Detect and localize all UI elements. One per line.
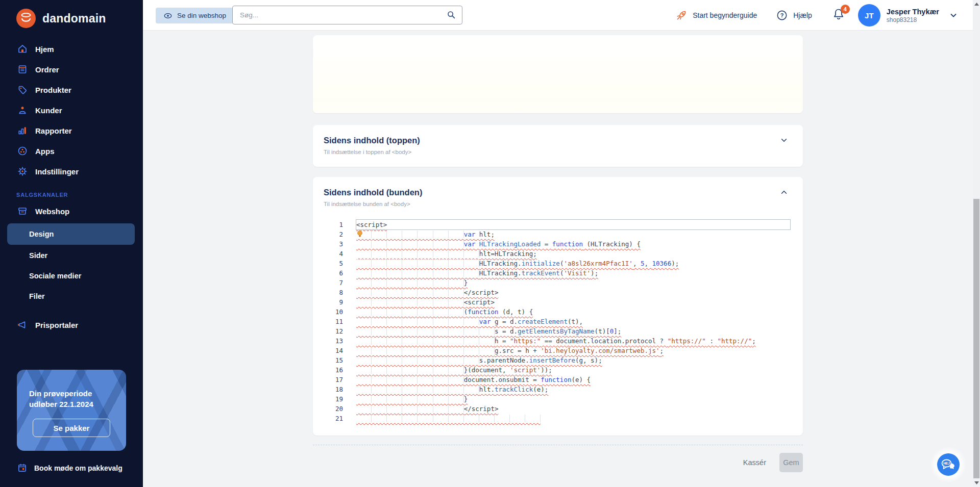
section-subtitle: Til indsættelse i toppen af <body> <box>324 149 803 155</box>
code-line-content[interactable]: (function (d, t) { <box>356 307 790 317</box>
code-line-content[interactable]: document.onsubmit = function(e) { <box>356 375 790 385</box>
settings-icon <box>17 166 28 176</box>
code-line-content[interactable]: var hlt; <box>356 229 790 239</box>
start-guide-link[interactable]: Start begynderguide <box>675 10 757 21</box>
code-line-content[interactable]: <script> <box>356 220 790 229</box>
code-line-content[interactable]: hlt=HLTracking; <box>356 249 790 259</box>
code-line: 17 document.onsubmit = function(e) { <box>323 375 790 385</box>
footer-actions: Kassér Gem <box>313 453 803 472</box>
avatar[interactable]: JT <box>858 4 880 27</box>
code-line: 12 s = d.getElementsByTagName(t)[0]; <box>323 326 790 336</box>
code-line-content[interactable] <box>356 414 790 423</box>
code-line: 16 }(document, 'script')); <box>323 365 790 375</box>
home-icon <box>17 44 28 54</box>
footer-divider <box>313 445 803 445</box>
code-line: 5 HLTracking.initialize('a8sl26xrm4Pfac1… <box>323 259 790 268</box>
chevron-down-icon[interactable] <box>780 137 788 144</box>
code-line: 10 (function (d, t) { <box>323 307 790 317</box>
code-line-content[interactable]: } <box>356 278 790 288</box>
see-packages-button[interactable]: Se pakker <box>33 419 110 437</box>
chat-label: HEJ <box>943 462 950 465</box>
orders-icon <box>17 64 28 74</box>
code-line-content[interactable]: var HLTrackingLoaded = function (HLTrack… <box>356 239 790 249</box>
svg-text:?: ? <box>780 12 784 18</box>
user-name: Jesper Thykær <box>887 7 939 16</box>
lint-hint-bulb-icon[interactable] <box>357 230 363 238</box>
code-line: 15 s.parentNode.insertBefore(g, s); <box>323 355 790 365</box>
search-input[interactable] <box>232 6 462 24</box>
code-line: 14 g.src = h + 'bi.heyloyalty.com/smartw… <box>323 346 790 355</box>
logo-text: dandomain <box>42 12 106 25</box>
webshop-icon <box>17 206 28 216</box>
sidebar-item-rapporter[interactable]: Rapporter <box>0 120 143 141</box>
sidebar-subitem-sider[interactable]: Sider <box>0 245 143 266</box>
sidebar-item-webshop[interactable]: Webshop <box>0 201 143 221</box>
discard-button[interactable]: Kassér <box>743 458 766 467</box>
section-body-bottom-header[interactable]: Sidens indhold (bunden) Til indsættelse … <box>313 177 803 207</box>
code-line-content[interactable]: } <box>356 394 790 404</box>
notification-badge: 4 <box>841 5 850 14</box>
code-line: 8 </script> <box>323 288 790 297</box>
sidebar-item-indstillinger[interactable]: Indstillinger <box>0 161 143 182</box>
save-button[interactable]: Gem <box>779 453 803 472</box>
sidebar-item-hjem[interactable]: Hjem <box>0 39 143 59</box>
section-body-top-header[interactable]: Sidens indhold (toppen) Til indsættelse … <box>313 125 803 155</box>
sidebar-item-kunder[interactable]: Kunder <box>0 100 143 120</box>
reports-icon <box>17 125 28 136</box>
search-icon[interactable] <box>446 10 456 20</box>
scrollbar-thumb[interactable] <box>973 199 979 478</box>
scroll-up-arrow[interactable] <box>973 0 980 8</box>
sidebar-item-prisportaler[interactable]: Prisportaler <box>0 315 143 335</box>
chevron-up-icon[interactable] <box>780 189 788 196</box>
code-line-content[interactable]: HLTracking.initialize('a8sl26xrm4Pfac1I'… <box>356 259 790 268</box>
user-menu-chevron-icon[interactable] <box>949 11 958 19</box>
line-number: 5 <box>323 259 356 268</box>
logo[interactable]: dandomain <box>0 0 143 31</box>
line-number: 4 <box>323 249 356 259</box>
line-number: 6 <box>323 268 356 278</box>
code-line-content[interactable]: hlt.trackClick(e); <box>356 385 790 394</box>
code-line-content[interactable]: h = "https:" == document.location.protoc… <box>356 336 790 346</box>
webshop-sub-list: DesignSiderSociale medierFiler <box>0 223 143 306</box>
view-webshop-button[interactable]: Se din webshop <box>156 8 234 23</box>
code-editor[interactable]: 1<script>2 var hlt;3 var HLTrackingLoade… <box>323 220 790 423</box>
code-line-content[interactable]: </script> <box>356 288 790 297</box>
search <box>232 6 462 24</box>
line-number: 16 <box>323 365 356 375</box>
code-line-content[interactable]: </script> <box>356 404 790 414</box>
line-number: 21 <box>323 414 356 423</box>
code-line-content[interactable]: HLTracking.trackEvent('Visit'); <box>356 268 790 278</box>
line-number: 19 <box>323 394 356 404</box>
user-menu[interactable]: Jesper Thykær shop83218 <box>887 7 939 24</box>
sidebar-item-apps[interactable]: Apps <box>0 141 143 161</box>
sidebar-subitem-sociale-medier[interactable]: Sociale medier <box>0 266 143 286</box>
customers-icon <box>17 105 28 115</box>
line-number: 2 <box>323 229 356 239</box>
scroll-down-arrow[interactable] <box>973 479 980 487</box>
code-line-content[interactable]: }(document, 'script')); <box>356 365 790 375</box>
code-line-content[interactable]: s = d.getElementsByTagName(t)[0]; <box>356 326 790 336</box>
sidebar-item-ordrer[interactable]: Ordrer <box>0 59 143 80</box>
line-number: 11 <box>323 317 356 326</box>
book-meeting-link[interactable]: Book møde om pakkevalg <box>17 463 122 473</box>
notifications-button[interactable]: 4 <box>832 8 846 23</box>
section-title: Sidens indhold (toppen) <box>324 136 803 145</box>
main-content: Sidens indhold (toppen) Til indsættelse … <box>143 31 973 487</box>
calendar-icon <box>17 463 27 473</box>
code-line-content[interactable]: <script> <box>356 297 790 307</box>
dandomain-logo-icon <box>16 9 36 28</box>
code-line: 7 } <box>323 278 790 288</box>
megaphone-icon <box>17 320 28 330</box>
help-link[interactable]: ? Hjælp <box>776 10 812 21</box>
chat-widget-button[interactable]: HEJ <box>937 453 960 476</box>
code-line-content[interactable]: g.src = h + 'bi.heyloyalty.com/smartweb.… <box>356 346 790 355</box>
sidebar-subitem-filer[interactable]: Filer <box>0 286 143 306</box>
sidebar-item-produkter[interactable]: Produkter <box>0 80 143 100</box>
code-line: 2 var hlt; <box>323 229 790 239</box>
section-body-bottom: Sidens indhold (bunden) Til indsættelse … <box>313 177 803 435</box>
code-line-content[interactable]: var g = d.createElement(t), <box>356 317 790 326</box>
page-scrollbar[interactable] <box>973 0 980 487</box>
sidebar-subitem-design[interactable]: Design <box>7 223 135 245</box>
products-icon <box>17 85 28 95</box>
code-line-content[interactable]: s.parentNode.insertBefore(g, s); <box>356 355 790 365</box>
